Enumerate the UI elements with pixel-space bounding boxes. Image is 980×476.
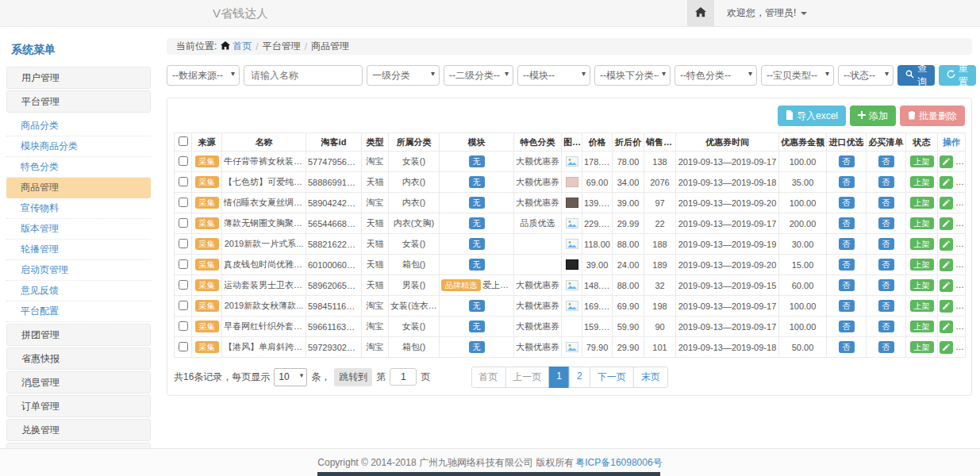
item-type-select[interactable]: --宝贝类型-- [761, 65, 834, 86]
reset-button[interactable]: 重置 [939, 65, 976, 86]
query-button[interactable]: 查询 [897, 65, 935, 86]
row-checkbox[interactable] [179, 198, 188, 207]
row-checkbox[interactable] [179, 321, 188, 331]
sidebar-group-platform-management[interactable]: 平台管理 [6, 90, 151, 113]
feature-category-select[interactable]: --特色分类-- [674, 65, 757, 86]
sidebar-group-group-buy[interactable]: 拼团管理 [6, 324, 151, 346]
name-search-input[interactable] [244, 65, 363, 86]
edit-button[interactable] [940, 176, 953, 189]
batch-delete-button[interactable]: 批量删除 [900, 106, 965, 126]
import-select-toggle[interactable]: 否 [839, 238, 855, 251]
column-header: 价格 [582, 133, 613, 152]
category-level1-select[interactable]: 一级分类 [367, 65, 440, 86]
edit-button[interactable] [940, 259, 953, 271]
row-checkbox[interactable] [179, 239, 188, 248]
pager-button-1[interactable]: 1 [548, 367, 570, 388]
status-toggle[interactable]: 上架 [910, 155, 934, 168]
welcome-dropdown[interactable]: 欢迎您，管理员! [727, 6, 807, 20]
must-buy-toggle[interactable]: 否 [878, 217, 894, 230]
row-checkbox[interactable] [179, 280, 188, 290]
status-toggle[interactable]: 上架 [910, 300, 934, 313]
edit-button[interactable] [940, 341, 953, 354]
status-select[interactable]: --状态-- [838, 65, 894, 86]
add-button[interactable]: 添加 [850, 106, 896, 126]
row-checkbox[interactable] [179, 218, 188, 228]
status-toggle[interactable]: 上架 [910, 341, 934, 354]
module-select[interactable]: --模块-- [517, 65, 590, 86]
import-select-toggle[interactable]: 否 [839, 217, 855, 230]
import-excel-button[interactable]: 导入excel [778, 106, 846, 126]
breadcrumb-home-link[interactable]: 首页 [221, 40, 252, 53]
edit-button[interactable] [940, 321, 953, 333]
sidebar-item-version-management[interactable]: 版本管理 [6, 219, 151, 240]
must-buy-toggle[interactable]: 否 [878, 300, 894, 313]
must-buy-toggle[interactable]: 否 [878, 279, 894, 292]
data-source-select[interactable]: --数据来源-- [167, 65, 240, 86]
must-buy-toggle[interactable]: 否 [878, 259, 894, 271]
sidebar-group-exchange-management[interactable]: 兑换管理 [6, 419, 151, 441]
must-buy-toggle[interactable]: 否 [878, 238, 894, 251]
pager-button-下一页[interactable]: 下一页 [590, 367, 634, 388]
sidebar-item-module-goods-category[interactable]: 模块商品分类 [6, 136, 151, 157]
status-toggle[interactable]: 上架 [910, 197, 934, 209]
per-page-select[interactable]: 10 [274, 368, 307, 386]
must-buy-toggle[interactable]: 否 [878, 197, 894, 209]
page-number-input[interactable] [390, 368, 417, 386]
edit-button[interactable] [940, 217, 953, 230]
select-all-checkbox[interactable] [179, 136, 188, 146]
status-toggle[interactable]: 上架 [910, 321, 934, 333]
horizontal-scrollbar-thumb[interactable] [317, 472, 660, 476]
sidebar-item-carousel-management[interactable]: 轮播管理 [6, 240, 151, 260]
sidebar-item-featured-category[interactable]: 特色分类 [6, 157, 151, 178]
row-checkbox[interactable] [179, 177, 188, 186]
edit-button[interactable] [940, 155, 953, 168]
sidebar-group-order-management[interactable]: 订单管理 [6, 395, 151, 417]
table-row: 采集【港风】单肩斜跨链条...597293020870淘宝箱包()无大额优惠券7… [175, 337, 966, 358]
must-buy-toggle[interactable]: 否 [878, 341, 894, 354]
edit-button[interactable] [940, 300, 953, 313]
category-level2-select[interactable]: --二级分类-- [444, 65, 513, 86]
status-toggle[interactable]: 上架 [910, 279, 934, 292]
must-buy-toggle[interactable]: 否 [878, 321, 894, 333]
type-cell: 淘宝 [362, 193, 389, 213]
source-badge: 采集 [195, 321, 219, 333]
sidebar-item-feedback[interactable]: 意见反馈 [6, 281, 151, 301]
import-select-toggle[interactable]: 否 [839, 259, 855, 271]
icp-link[interactable]: 粤ICP备16098006号 [575, 456, 662, 470]
pager-button-末页[interactable]: 末页 [633, 367, 668, 388]
status-toggle[interactable]: 上架 [910, 217, 934, 230]
import-select-toggle[interactable]: 否 [839, 321, 855, 333]
must-buy-toggle[interactable]: 否 [878, 176, 894, 189]
jump-button[interactable]: 跳转到 [334, 368, 372, 386]
status-toggle[interactable]: 上架 [910, 259, 934, 271]
row-checkbox[interactable] [179, 342, 188, 351]
sidebar-item-goods-management[interactable]: 商品管理 [6, 178, 151, 198]
status-toggle[interactable]: 上架 [910, 238, 934, 251]
import-select-toggle[interactable]: 否 [839, 155, 855, 168]
row-checkbox[interactable] [179, 259, 188, 269]
import-select-toggle[interactable]: 否 [839, 279, 855, 292]
sidebar-item-platform-config[interactable]: 平台配置 [6, 301, 151, 322]
import-select-toggle[interactable]: 否 [839, 341, 855, 354]
sidebar-item-splash-management[interactable]: 启动页管理 [6, 260, 151, 281]
must-buy-toggle[interactable]: 否 [878, 155, 894, 168]
row-checkbox[interactable] [179, 156, 188, 166]
edit-button[interactable] [940, 197, 953, 209]
table-body: 采集牛仔背带裤女秋装减龄...577479560965淘宝女装()无大额优惠券1… [175, 152, 966, 358]
price-cell: 169.90 [582, 296, 613, 317]
home-button[interactable] [687, 0, 714, 26]
module-sub-select[interactable]: --模块下分类-- [594, 65, 671, 86]
sidebar-item-goods-category[interactable]: 商品分类 [6, 116, 151, 136]
sidebar-item-promo-materials[interactable]: 宣传物料 [6, 198, 151, 219]
edit-button[interactable] [940, 279, 953, 292]
pager-button-2[interactable]: 2 [569, 367, 590, 388]
edit-button[interactable] [940, 238, 953, 251]
row-checkbox[interactable] [179, 301, 188, 310]
sidebar-group-message-management[interactable]: 消息管理 [6, 371, 151, 393]
import-select-toggle[interactable]: 否 [839, 300, 855, 313]
sidebar-group-news-flash[interactable]: 省惠快报 [6, 347, 151, 370]
sidebar-group-user-management[interactable]: 用户管理 [6, 67, 151, 89]
import-select-toggle[interactable]: 否 [839, 197, 855, 209]
import-select-toggle[interactable]: 否 [839, 176, 855, 189]
status-toggle[interactable]: 上架 [910, 176, 934, 189]
